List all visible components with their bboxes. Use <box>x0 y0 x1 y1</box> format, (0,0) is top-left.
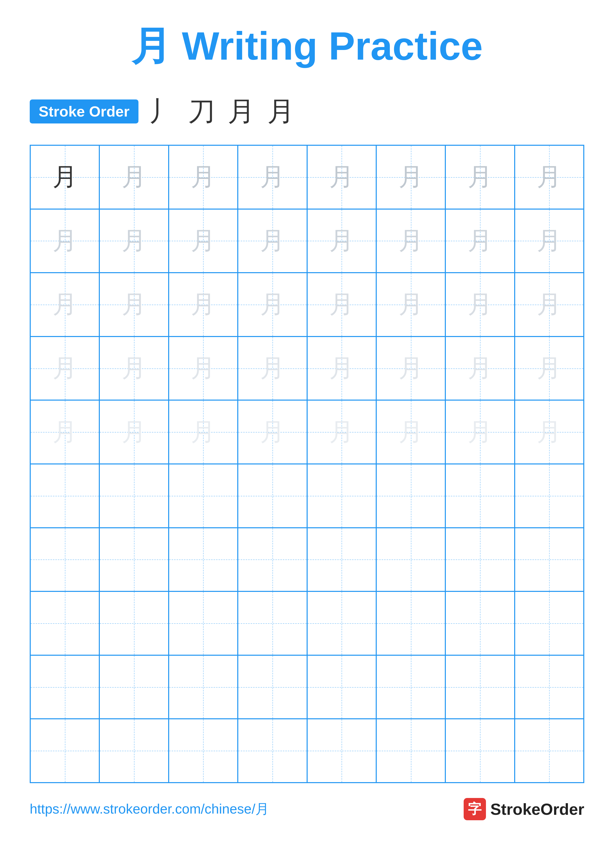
cell-character: 月 <box>398 352 423 385</box>
table-row <box>99 464 168 528</box>
table-row: 月 <box>445 209 515 273</box>
stroke-chars: 丿 刀 月 月 <box>148 93 294 130</box>
table-row <box>30 528 99 592</box>
table-row: 月 <box>30 336 99 400</box>
table-row <box>238 464 307 528</box>
stroke-2: 刀 <box>188 93 215 130</box>
cell-character: 月 <box>53 224 77 257</box>
table-row: 月 <box>30 273 99 336</box>
cell-character: 月 <box>121 352 146 385</box>
table-row <box>307 464 376 528</box>
cell-character: 月 <box>329 415 354 449</box>
table-row <box>376 655 445 719</box>
table-row: 月 <box>376 273 445 336</box>
cell-character: 月 <box>468 352 493 385</box>
table-row <box>99 655 168 719</box>
table-row: 月 <box>376 145 445 209</box>
stroke-3: 月 <box>228 93 255 130</box>
logo-icon: 字 <box>464 798 486 820</box>
table-row: 月 <box>307 336 376 400</box>
table-row: 月 <box>30 145 99 209</box>
table-row: 月 <box>445 400 515 464</box>
table-row <box>376 528 445 592</box>
table-row <box>238 655 307 719</box>
table-row <box>307 719 376 783</box>
table-row <box>238 591 307 655</box>
page-title: 月 Writing Practice <box>30 20 584 73</box>
table-row <box>376 464 445 528</box>
page: 月 Writing Practice Stroke Order 丿 刀 月 月 … <box>0 0 614 868</box>
table-row: 月 <box>30 209 99 273</box>
cell-character: 月 <box>260 288 285 321</box>
table-row: 月 <box>445 273 515 336</box>
cell-character: 月 <box>329 352 354 385</box>
table-row: 月 <box>515 209 584 273</box>
cell-character: 月 <box>537 224 561 257</box>
stroke-4: 月 <box>267 93 294 130</box>
cell-character: 月 <box>191 415 216 449</box>
table-row: 月 <box>99 145 168 209</box>
table-row <box>169 655 238 719</box>
cell-character: 月 <box>537 288 561 321</box>
cell-character: 月 <box>191 224 216 257</box>
table-row: 月 <box>376 400 445 464</box>
table-row: 月 <box>169 145 238 209</box>
table-row: 月 <box>99 273 168 336</box>
cell-character: 月 <box>468 160 493 194</box>
table-row: 月 <box>169 273 238 336</box>
table-row: 月 <box>169 336 238 400</box>
table-row <box>30 464 99 528</box>
cell-character: 月 <box>191 160 216 194</box>
table-row: 月 <box>307 145 376 209</box>
table-row <box>515 528 584 592</box>
cell-character: 月 <box>191 288 216 321</box>
table-row <box>30 591 99 655</box>
table-row: 月 <box>515 273 584 336</box>
table-row <box>376 719 445 783</box>
cell-character: 月 <box>398 160 423 194</box>
table-row: 月 <box>307 400 376 464</box>
footer-logo: 字 StrokeOrder <box>464 798 584 820</box>
footer: https://www.strokeorder.com/chinese/月 字 … <box>30 798 584 820</box>
table-row: 月 <box>515 400 584 464</box>
table-row <box>445 591 515 655</box>
table-row: 月 <box>376 209 445 273</box>
table-row <box>445 528 515 592</box>
table-row: 月 <box>445 145 515 209</box>
cell-character: 月 <box>191 352 216 385</box>
table-row <box>169 464 238 528</box>
logo-text: StrokeOrder <box>490 800 584 818</box>
cell-character: 月 <box>53 352 77 385</box>
cell-character: 月 <box>468 415 493 449</box>
table-row <box>169 528 238 592</box>
footer-url: https://www.strokeorder.com/chinese/月 <box>30 800 269 818</box>
table-row <box>307 591 376 655</box>
cell-character: 月 <box>121 415 146 449</box>
cell-character: 月 <box>121 288 146 321</box>
cell-character: 月 <box>468 288 493 321</box>
table-row <box>445 464 515 528</box>
table-row: 月 <box>238 336 307 400</box>
table-row <box>99 719 168 783</box>
table-row: 月 <box>238 273 307 336</box>
cell-character: 月 <box>537 352 561 385</box>
cell-character: 月 <box>53 415 77 449</box>
table-row: 月 <box>99 336 168 400</box>
cell-character: 月 <box>398 415 423 449</box>
table-row: 月 <box>307 273 376 336</box>
table-row <box>515 464 584 528</box>
table-row: 月 <box>169 400 238 464</box>
table-row <box>307 528 376 592</box>
table-row <box>238 528 307 592</box>
cell-character: 月 <box>329 224 354 257</box>
cell-character: 月 <box>468 224 493 257</box>
cell-character: 月 <box>260 352 285 385</box>
table-row <box>307 655 376 719</box>
stroke-1: 丿 <box>148 93 176 130</box>
table-row <box>30 655 99 719</box>
cell-character: 月 <box>121 224 146 257</box>
table-row <box>169 719 238 783</box>
cell-character: 月 <box>121 160 146 194</box>
table-row <box>515 655 584 719</box>
table-row: 月 <box>238 145 307 209</box>
